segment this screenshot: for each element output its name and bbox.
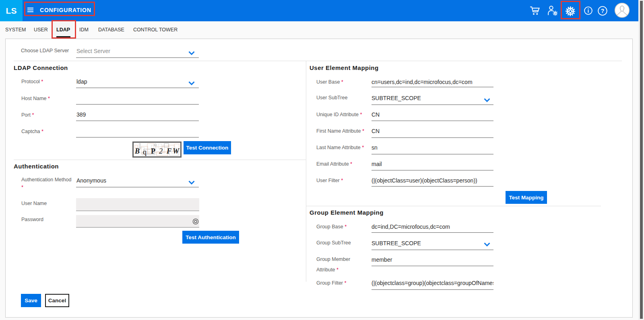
svg-text:W: W: [173, 147, 180, 155]
svg-text:P: P: [151, 147, 155, 155]
svg-text:F: F: [166, 147, 171, 155]
svg-text:q: q: [143, 148, 147, 156]
svg-text:B: B: [134, 147, 140, 155]
svg-text:?: ?: [601, 8, 605, 14]
svg-text:2: 2: [159, 147, 163, 155]
